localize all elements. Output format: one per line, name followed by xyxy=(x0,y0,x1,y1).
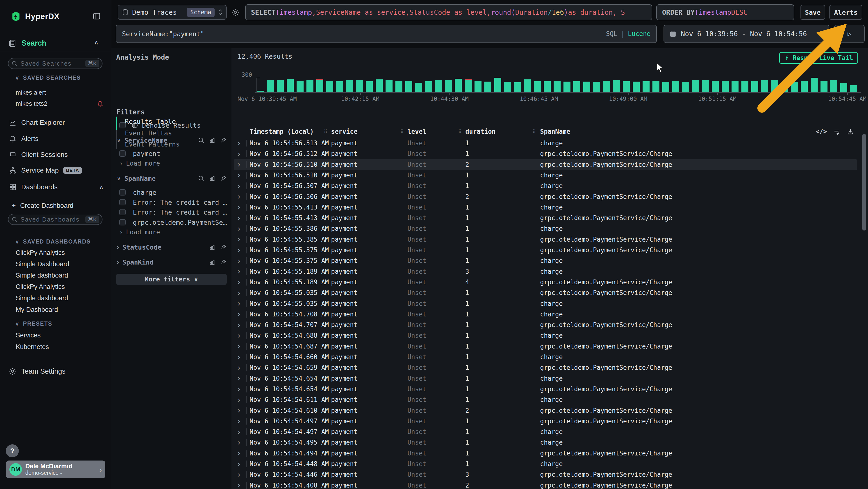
table-row[interactable]: ›Nov 6 10:54:54.448 AMpaymentUnset1charg… xyxy=(234,459,857,469)
histogram-bar[interactable] xyxy=(722,81,728,92)
filter-option-checkbox[interactable] xyxy=(119,150,126,156)
presets-header[interactable]: ∨ PRESETS xyxy=(15,319,52,328)
histogram-bar[interactable] xyxy=(702,80,709,92)
histogram-bar[interactable] xyxy=(366,81,373,92)
user-menu[interactable]: DM Dale McDiarmid demo-service - › xyxy=(6,461,105,479)
table-row[interactable]: ›Nov 6 10:54:54.660 AMpaymentUnset1charg… xyxy=(234,352,857,362)
histogram-bar[interactable] xyxy=(346,80,353,92)
run-query-button[interactable]: ▷ xyxy=(834,25,865,43)
table-row[interactable]: ›Nov 6 10:54:55.375 AMpaymentUnset1grpc.… xyxy=(234,245,857,255)
row-expand-icon[interactable]: › xyxy=(237,480,241,489)
histogram-bar[interactable] xyxy=(425,81,432,92)
saved-searches-header[interactable]: ∨ SAVED SEARCHES xyxy=(15,73,81,83)
histogram-bar[interactable] xyxy=(376,79,383,92)
row-expand-icon[interactable]: › xyxy=(237,223,241,234)
filter-option[interactable]: payment xyxy=(116,149,227,158)
filter-option-checkbox[interactable] xyxy=(119,219,126,225)
sidebar-collapse-button[interactable] xyxy=(92,11,101,21)
histogram-bar[interactable] xyxy=(435,80,442,92)
histogram-bar[interactable] xyxy=(830,80,837,92)
table-row[interactable]: ›Nov 6 10:54:56.510 AMpaymentUnset1charg… xyxy=(234,170,857,180)
column-drag-handle[interactable]: ⠿ xyxy=(400,126,404,137)
row-expand-icon[interactable]: › xyxy=(237,202,241,213)
row-expand-icon[interactable]: › xyxy=(237,245,241,255)
histogram-bar[interactable] xyxy=(485,82,491,92)
load-more-button[interactable]: ›Load more xyxy=(116,159,227,168)
create-dashboard-button[interactable]: + Create Dashboard xyxy=(11,201,73,210)
row-expand-icon[interactable]: › xyxy=(237,255,241,266)
source-settings-button[interactable] xyxy=(231,8,240,17)
column-header-level[interactable]: level xyxy=(407,126,426,137)
table-row[interactable]: ›Nov 6 10:54:54.497 AMpaymentUnset1grpc.… xyxy=(234,416,857,427)
column-drag-handle[interactable]: ⠿ xyxy=(532,126,536,137)
table-row[interactable]: ›Nov 6 10:54:54.495 AMpaymentUnset1charg… xyxy=(234,437,857,448)
column-header-service[interactable]: service xyxy=(331,126,358,137)
histogram-bar[interactable] xyxy=(316,79,323,92)
pin-icon[interactable] xyxy=(220,259,227,265)
saved-dashboard-item[interactable]: My Dashboard xyxy=(16,305,58,315)
table-row[interactable]: ›Nov 6 10:54:54.494 AMpaymentUnset1grpc.… xyxy=(234,448,857,459)
histogram-bar[interactable] xyxy=(287,79,294,92)
row-expand-icon[interactable]: › xyxy=(237,277,241,287)
sidebar-item-dashboards[interactable]: Dashboards∧ xyxy=(9,182,104,192)
histogram-bar[interactable] xyxy=(662,82,669,92)
column-header-spanname[interactable]: SpanName xyxy=(540,126,570,137)
table-row[interactable]: ›Nov 6 10:54:56.513 AMpaymentUnset1charg… xyxy=(234,138,857,148)
row-expand-icon[interactable]: › xyxy=(237,298,241,309)
column-header-timestamp-local-[interactable]: Timestamp (Local) xyxy=(250,126,314,137)
chart-icon[interactable] xyxy=(209,244,216,251)
histogram-bar[interactable] xyxy=(277,80,284,92)
lang-toggle-lucene[interactable]: Lucene xyxy=(628,30,651,37)
histogram-bar[interactable] xyxy=(574,81,580,92)
histogram-bar[interactable] xyxy=(267,80,274,92)
histogram-bar[interactable] xyxy=(643,81,650,92)
filter-group-servicename[interactable]: ∨ServiceName xyxy=(116,136,227,145)
row-expand-icon[interactable]: › xyxy=(237,170,241,180)
saved-dashboards-header[interactable]: ∨ SAVED DASHBOARDS xyxy=(15,237,91,247)
histogram-bar[interactable] xyxy=(672,81,679,92)
sidebar-item-alerts[interactable]: Alerts xyxy=(9,134,104,144)
filter-option[interactable]: grpc.oteldemo.PaymentSe… xyxy=(116,218,227,227)
column-header-duration[interactable]: duration xyxy=(465,126,495,137)
table-row[interactable]: ›Nov 6 10:54:54.408 AMpaymentUnset2grpc.… xyxy=(234,480,857,489)
histogram-bar[interactable] xyxy=(524,79,531,92)
table-row[interactable]: ›Nov 6 10:54:55.385 AMpaymentUnset1grpc.… xyxy=(234,234,857,245)
histogram-bar[interactable] xyxy=(811,78,817,92)
sql-orderby-editor[interactable]: ORDER BY Timestamp DESC xyxy=(656,4,794,20)
filter-option[interactable]: Error: The credit card … xyxy=(116,197,227,207)
search-section-collapse[interactable]: ∧ xyxy=(94,39,99,46)
histogram-bar[interactable] xyxy=(712,81,719,92)
histogram-bar[interactable] xyxy=(306,80,313,92)
preset-item[interactable]: Services xyxy=(16,330,41,340)
more-filters-button[interactable]: More filters ∨ xyxy=(116,274,227,285)
histogram-bar[interactable] xyxy=(623,81,630,92)
saved-searches-input[interactable]: Saved Searches ⌘K xyxy=(8,58,102,69)
histogram-bar[interactable] xyxy=(455,79,462,92)
scrollbar-thumb[interactable] xyxy=(862,134,866,230)
saved-dashboard-item[interactable]: ClickPy Analytics xyxy=(16,248,65,258)
row-expand-icon[interactable]: › xyxy=(237,266,241,277)
table-row[interactable]: ›Nov 6 10:54:54.659 AMpaymentUnset1grpc.… xyxy=(234,362,857,373)
histogram-bar[interactable] xyxy=(385,80,393,92)
filter-group-spankind[interactable]: ›SpanKind xyxy=(116,257,227,267)
row-expand-icon[interactable]: › xyxy=(237,309,241,320)
saved-dashboard-item[interactable]: ClickPy Analytics xyxy=(16,282,65,292)
histogram-bar[interactable] xyxy=(504,82,511,92)
saved-dashboard-item[interactable]: Simple Dashboard xyxy=(16,259,69,269)
filter-option-checkbox[interactable] xyxy=(119,199,126,205)
row-expand-icon[interactable]: › xyxy=(237,320,241,330)
table-row[interactable]: ›Nov 6 10:54:54.610 AMpaymentUnset2grpc.… xyxy=(234,405,857,416)
view-source-icon[interactable]: </> xyxy=(816,128,827,135)
saved-dashboard-item[interactable]: Simple dashboard xyxy=(16,270,68,280)
filter-option-checkbox[interactable] xyxy=(119,209,126,215)
row-expand-icon[interactable]: › xyxy=(237,469,241,480)
histogram-bar[interactable] xyxy=(297,81,304,92)
table-row[interactable]: ›Nov 6 10:54:54.497 AMpaymentUnset1charg… xyxy=(234,427,857,437)
sidebar-item-client-sessions[interactable]: Client Sessions xyxy=(9,150,104,160)
histogram-bar[interactable] xyxy=(603,81,610,92)
row-expand-icon[interactable]: › xyxy=(237,448,241,459)
table-row[interactable]: ›Nov 6 10:54:56.506 AMpaymentUnset2grpc.… xyxy=(234,192,857,202)
row-expand-icon[interactable]: › xyxy=(237,192,241,202)
histogram-bar[interactable] xyxy=(583,82,590,92)
table-row[interactable]: ›Nov 6 10:54:54.707 AMpaymentUnset1grpc.… xyxy=(234,320,857,330)
